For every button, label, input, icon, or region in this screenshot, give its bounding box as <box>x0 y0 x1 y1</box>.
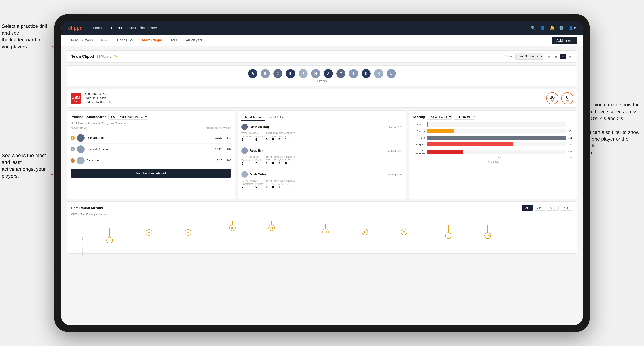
main-content: Team Clippd 14 Players ✏️ Show: Last 3 m… <box>61 46 583 325</box>
avatar-8[interactable]: T <box>336 69 346 78</box>
lb-rank-2: 2 <box>70 147 75 151</box>
tab-least-active[interactable]: Least Active <box>265 114 288 121</box>
avatar-7[interactable]: A <box>324 69 333 78</box>
avatar-10[interactable]: D <box>362 69 371 78</box>
streak-btn-putt[interactable]: PUTT <box>560 205 573 211</box>
avatar-3[interactable]: C <box>273 69 282 78</box>
streak-point-3: 6x <box>185 224 191 236</box>
bell-icon[interactable]: 🔔 <box>550 25 555 30</box>
lb-row-2: 2 Edward Crossman 18/20 107 <box>70 144 231 155</box>
player-card-header-josh: Josh Coles 26 Aug 2023 <box>242 171 402 177</box>
drill-select[interactable]: PUTT Must Make Putt... <box>108 114 148 120</box>
sub-nav-pgat[interactable]: PGAT Players <box>67 35 97 46</box>
avatar-9[interactable]: S <box>349 69 358 78</box>
player-card-rees: Rees Britt 02 Sep 2023 Total Rounds Tour… <box>242 148 402 169</box>
bar-row-dbogeys: D. Bogeys+ 131 <box>413 149 574 155</box>
avatar-4[interactable]: B <box>286 69 295 78</box>
streaks-header: Best Round Streaks OTT APP ARG PUTT <box>71 205 573 211</box>
player-date-josh: 26 Aug 2023 <box>388 173 402 176</box>
shot-end-lie: End Lie: In The Hole <box>84 100 543 104</box>
view-full-leaderboard-button[interactable]: View Full Leaderboard <box>70 169 231 177</box>
streak-btn-arg[interactable]: ARG <box>547 205 558 211</box>
lb-avatar-1 <box>77 134 84 142</box>
tablet-screen: clippd Home Teams My Performance 🔍 👤 🔔 ⚙… <box>61 21 583 325</box>
avatar-12[interactable]: L <box>387 69 396 78</box>
lb-name-2: Edward Crossman <box>86 148 213 151</box>
scoring-filter-players[interactable]: All Players <box>454 114 475 120</box>
streak-point-10: 3x <box>484 225 491 239</box>
bar-fill-pars <box>427 136 566 140</box>
avatar-5[interactable]: J <box>298 69 308 78</box>
settings-icon[interactable]: ⚙️ <box>559 25 564 30</box>
activity-tabs: Most Active Least Active <box>242 114 402 121</box>
view-icon-list[interactable]: ≡ <box>560 54 566 59</box>
nav-home[interactable]: Home <box>93 26 104 30</box>
show-select[interactable]: Last 3 months <box>516 53 544 60</box>
nav-my-performance[interactable]: My Performance <box>129 26 157 30</box>
add-team-button[interactable]: Add Team <box>552 37 577 44</box>
nav-teams[interactable]: Teams <box>110 26 122 30</box>
sub-nav-tour[interactable]: Tour <box>166 35 182 46</box>
streaks-filter-buttons: OTT APP ARG PUTT <box>522 205 573 211</box>
sub-nav-hcaps[interactable]: Hcaps 1-5 <box>113 35 137 46</box>
streak-btn-app[interactable]: APP <box>534 205 546 211</box>
leaderboard-panel: Practice Leaderboards PUTT Must Make Put… <box>67 110 235 199</box>
annotation-bottom-left: See who is the most and least active amo… <box>2 152 51 179</box>
scoring-panel: Scoring Par 3, 4 & 5s All Players Eagles <box>409 110 577 199</box>
shot-start-lie: Start Lie: Rough <box>84 96 543 100</box>
lb-avg-3: 103 <box>224 159 231 162</box>
sub-nav-team-clippd[interactable]: Team Clippd <box>137 35 166 46</box>
shot-details: Shot Dist: 16 yds Start Lie: Rough End L… <box>84 92 543 105</box>
players-label: Players <box>71 79 573 83</box>
view-icons: ⊞ ▦ ≡ ⊟ <box>546 54 573 59</box>
bar-val-pars: 499 <box>568 136 574 139</box>
bar-track-pars <box>427 136 566 140</box>
shot-distance: 16 yds 0 yds <box>546 92 574 105</box>
player-avatar-rees <box>242 148 248 154</box>
player-name-josh: Josh Coles <box>250 173 386 176</box>
top-nav: clippd Home Teams My Performance 🔍 👤 🔔 ⚙… <box>61 21 583 35</box>
search-icon[interactable]: 🔍 <box>530 25 536 30</box>
lb-row-3: 3 Cameron... 17/20 103 <box>70 155 231 166</box>
avatar-11[interactable]: K <box>374 69 383 78</box>
avatar-2[interactable]: E <box>261 69 270 78</box>
bar-chart: Eagles 3 Birdies 96 <box>413 122 574 155</box>
bar-label-bogeys: Bogeys <box>413 143 425 146</box>
lb-score-1: 19/20 <box>215 136 222 140</box>
tab-most-active[interactable]: Most Active <box>242 114 265 121</box>
user-icon[interactable]: 👤 <box>540 25 545 30</box>
edit-icon[interactable]: ✏️ <box>114 54 118 58</box>
view-icon-settings[interactable]: ⊟ <box>567 54 573 59</box>
avatar-6[interactable]: M <box>311 69 320 78</box>
scoring-header: Scoring Par 3, 4 & 5s All Players <box>413 114 574 120</box>
leaderboard-title: Practice Leaderboards <box>70 115 106 119</box>
players-section: R E C B J M A T S D K L Players <box>67 65 577 86</box>
activity-panel: Most Active Least Active Blair McHarg 26… <box>238 110 406 199</box>
bar-row-pars: Pars 499 <box>413 136 574 140</box>
sub-nav-pga[interactable]: PGA <box>97 35 113 46</box>
streak-btn-ott[interactable]: OTT <box>522 205 533 211</box>
lb-rank-1: 1 <box>70 136 75 140</box>
tablet-frame: clippd Home Teams My Performance 🔍 👤 🔔 ⚙… <box>54 14 590 332</box>
scoring-filter-par[interactable]: Par 3, 4 & 5s <box>427 114 452 120</box>
player-date-blair: 26 Aug 2023 <box>388 126 402 128</box>
avatar-1[interactable]: R <box>248 69 257 78</box>
logo: clippd <box>68 25 82 31</box>
streak-point-5: 5x <box>268 221 275 231</box>
sub-nav-all-players[interactable]: All Players <box>182 35 206 46</box>
bar-val-eagles: 3 <box>568 123 574 126</box>
streak-point-7: 4x <box>362 223 368 235</box>
shot-info-card: 198 SQ Shot Dist: 16 yds Start Lie: Roug… <box>67 89 577 108</box>
nav-links: Home Teams My Performance <box>93 26 530 30</box>
player-avatar-josh <box>242 171 248 177</box>
bar-label-eagles: Eagles <box>413 123 425 126</box>
distance-circle-2: 0 yds <box>561 92 574 105</box>
view-icon-grid2[interactable]: ▦ <box>553 54 559 59</box>
annotation-right: Here you can see how theteam have scored… <box>583 101 642 156</box>
profile-icon[interactable]: 👤▾ <box>568 25 576 30</box>
player-card-header-blair: Blair McHarg 26 Aug 2023 <box>242 124 402 130</box>
view-icon-grid1[interactable]: ⊞ <box>546 54 552 59</box>
player-card-josh: Josh Coles 26 Aug 2023 Total Rounds Tour… <box>242 171 402 192</box>
lb-name-3: Cameron... <box>86 159 213 162</box>
chart-x-axis: 0 200 400 <box>413 156 574 159</box>
